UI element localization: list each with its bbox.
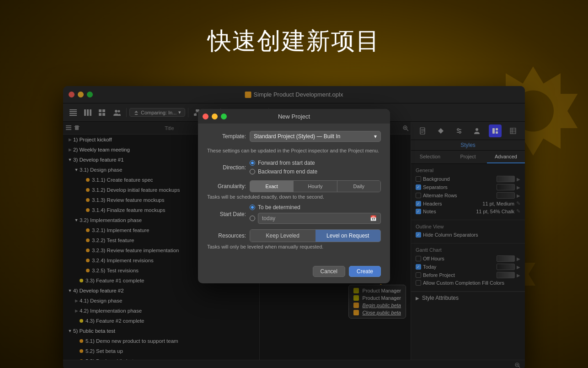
start-date-row: Start Date: To be determined today 📅 [207,204,381,224]
direction-backward[interactable]: Backward from end date [250,168,381,175]
today-radio[interactable] [250,216,255,221]
template-chevron: ▾ [374,133,377,140]
template-select[interactable]: Standard Project (Styled) — Built In ▾ [250,131,381,142]
granularity-row: Granularity: Exact Hourly Daily [207,180,381,192]
resources-label: Resources: [207,233,246,239]
forward-radio[interactable] [250,160,255,166]
date-input[interactable]: today 📅 [258,213,381,224]
level-on-request-button[interactable]: Level on Request [315,230,381,242]
start-date-radio-group: To be determined today 📅 [250,204,381,224]
dialog-hint-main: These settings can be updated in the Pro… [207,147,381,154]
app-window: Simple Product Development.oplx Comparin… [63,86,525,368]
template-label: Template: [207,133,246,140]
backward-label: Backward from end date [258,168,317,175]
resources-control: Keep Leveled Level on Request [250,229,381,242]
cancel-button[interactable]: Cancel [313,266,345,277]
start-date-label: Start Date: [207,211,246,217]
template-row: Template: Standard Project (Styled) — Bu… [207,131,381,142]
dialog-body: Template: Standard Project (Styled) — Bu… [198,124,390,261]
granularity-hourly[interactable]: Hourly [294,181,337,192]
forward-label: Forward from start date [258,160,315,166]
resources-hint: Tasks will only be leveled when manually… [207,244,381,249]
tbd-radio[interactable] [250,205,255,210]
direction-row: Direction: Forward from start date Backw… [207,160,381,175]
direction-forward[interactable]: Forward from start date [250,160,381,166]
dialog-close-button[interactable] [203,114,208,119]
page-title: 快速创建新项目 [0,0,588,66]
direction-radio-group: Forward from start date Backward from en… [250,160,381,175]
granularity-control: Exact Hourly Daily [250,180,381,192]
resources-row: Resources: Keep Leveled Level on Request [207,229,381,242]
date-placeholder: today [262,215,275,222]
dialog-titlebar: New Project [198,109,390,124]
dialog-traffic-lights [203,114,227,119]
granularity-daily[interactable]: Daily [337,181,380,192]
dialog-maximize-button[interactable] [221,114,227,119]
dialog-minimize-button[interactable] [212,114,218,119]
direction-label: Direction: [207,164,246,171]
dialog-footer: Cancel Create [198,261,390,283]
new-project-dialog: New Project Template: Standard Project (… [198,109,390,283]
calendar-icon: 📅 [370,215,377,222]
template-value: Standard Project (Styled) — Built In [254,133,340,140]
dialog-overlay: New Project Template: Standard Project (… [63,86,525,368]
granularity-label: Granularity: [207,183,246,189]
granularity-exact[interactable]: Exact [250,181,294,192]
start-date-today[interactable]: today 📅 [250,213,381,224]
backward-radio[interactable] [250,169,255,174]
start-date-tbd[interactable]: To be determined [250,204,381,211]
keep-leveled-button[interactable]: Keep Leveled [250,230,315,242]
granularity-hint: Tasks will be scheduled exactly, down to… [207,194,381,200]
dialog-title: New Project [278,113,310,120]
tbd-label: To be determined [258,204,300,211]
create-button[interactable]: Create [349,266,381,277]
